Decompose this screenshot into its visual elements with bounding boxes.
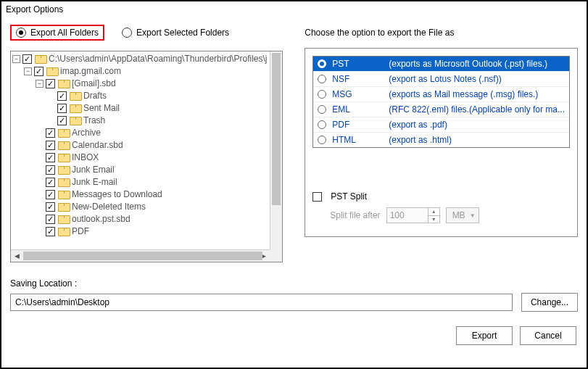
format-description: (exports as Microsoft Outlook (.pst) fil… xyxy=(389,59,565,69)
format-box: PST(exports as Microsoft Outlook (.pst) … xyxy=(305,48,578,237)
checkbox[interactable] xyxy=(46,227,55,236)
checkbox[interactable] xyxy=(46,141,55,150)
collapse-icon[interactable]: − xyxy=(12,55,20,63)
tree-row-outlook-pst-sbd[interactable]: outlook.pst.sbd xyxy=(12,213,270,225)
format-name: EML xyxy=(332,104,383,115)
split-size-input-wrapper: ▲ ▼ xyxy=(386,207,440,223)
chevron-down-icon: ▼ xyxy=(470,212,476,219)
pst-split-controls: Split file after ▲ ▼ MB ▼ xyxy=(330,207,570,223)
format-name: PDF xyxy=(332,120,383,130)
folder-icon xyxy=(70,104,80,113)
folder-icon xyxy=(58,80,69,88)
scrollbar-thumb[interactable] xyxy=(272,53,281,205)
tree-label: [Gmail].sbd xyxy=(72,78,116,90)
folder-icon xyxy=(58,203,69,212)
format-description: (RFC 822(.eml) files.(Applicable only fo… xyxy=(389,104,565,115)
tree-row-junk-email[interactable]: Junk Email xyxy=(12,164,270,176)
format-option-html[interactable]: HTML(export as .html) xyxy=(313,133,569,147)
tree-label: Messages to Download xyxy=(72,188,162,201)
format-option-msg[interactable]: MSG(exports as Mail message (.msg) files… xyxy=(313,87,569,102)
folder-icon xyxy=(58,129,69,138)
choose-format-label: Choose the option to export the File as xyxy=(305,28,578,38)
tree-row-messages-to-download[interactable]: Messages to Download xyxy=(12,188,270,201)
folder-icon xyxy=(70,117,80,125)
format-option-pdf[interactable]: PDF(export as .pdf) xyxy=(313,117,569,133)
pst-split-checkbox[interactable] xyxy=(312,192,322,202)
tree-row-root[interactable]: − C:\Users\admin\AppData\Roaming\Thunder… xyxy=(12,53,270,65)
checkbox[interactable] xyxy=(46,215,55,224)
change-button[interactable]: Change... xyxy=(521,293,578,312)
checkbox[interactable] xyxy=(46,165,55,175)
vertical-scrollbar[interactable] xyxy=(270,51,282,249)
checkbox[interactable] xyxy=(46,79,55,88)
tree-label: Archive xyxy=(72,127,101,139)
radio-icon xyxy=(318,90,326,99)
tree-label: C:\Users\admin\AppData\Roaming\Thunderbi… xyxy=(49,53,267,65)
tree-label: Junk E-mail xyxy=(72,176,117,188)
export-button[interactable]: Export xyxy=(456,326,513,345)
format-description: (export as Lotus Notes (.nsf)) xyxy=(389,74,565,84)
saving-section: Saving Location : Change... xyxy=(10,278,578,312)
split-size-input[interactable] xyxy=(387,208,428,223)
format-option-nsf[interactable]: NSF(export as Lotus Notes (.nsf)) xyxy=(313,72,569,87)
checkbox[interactable] xyxy=(46,190,55,199)
top-row: Export All Folders Export Selected Folde… xyxy=(10,25,578,262)
tree-row-junk-e-mail[interactable]: Junk E-mail xyxy=(12,176,270,188)
radio-export-selected[interactable]: Export Selected Folders xyxy=(119,26,232,39)
tree-row-gmail-sbd[interactable]: − [Gmail].sbd xyxy=(12,78,270,90)
radio-export-all[interactable]: Export All Folders xyxy=(10,25,104,41)
checkbox[interactable] xyxy=(57,104,67,113)
cancel-button[interactable]: Cancel xyxy=(520,326,576,345)
spin-up-icon[interactable]: ▲ xyxy=(428,208,439,216)
tree-row-account[interactable]: − imap.gmail.com xyxy=(12,65,270,78)
split-unit-select[interactable]: MB ▼ xyxy=(446,207,479,223)
folder-icon xyxy=(58,166,69,175)
checkbox[interactable] xyxy=(46,128,55,138)
format-option-eml[interactable]: EML(RFC 822(.eml) files.(Applicable only… xyxy=(313,102,569,117)
folder-icon xyxy=(58,191,69,199)
pst-split-label: PST Split xyxy=(331,191,367,202)
radio-icon xyxy=(318,136,326,144)
dialog-body: Export All Folders Export Selected Folde… xyxy=(1,17,587,368)
format-description: (export as .pdf) xyxy=(389,120,565,130)
split-unit-value: MB xyxy=(452,210,465,220)
tree-row-pdf[interactable]: PDF xyxy=(12,225,270,238)
checkbox[interactable] xyxy=(34,67,44,76)
tree-label: Calendar.sbd xyxy=(72,139,123,152)
radio-export-selected-label: Export Selected Folders xyxy=(136,28,229,38)
folder-tree-viewport[interactable]: − C:\Users\admin\AppData\Roaming\Thunder… xyxy=(11,51,270,249)
checkbox[interactable] xyxy=(57,91,67,101)
tree-row-drafts[interactable]: Drafts xyxy=(12,90,270,102)
tree-row-trash[interactable]: Trash xyxy=(12,115,270,127)
folder-icon xyxy=(58,154,69,162)
collapse-icon[interactable]: − xyxy=(24,67,32,75)
checkbox[interactable] xyxy=(46,153,55,162)
scroll-left-icon[interactable]: ◀ xyxy=(11,250,23,262)
spin-down-icon[interactable]: ▼ xyxy=(428,216,439,223)
tree-label: imap.gmail.com xyxy=(60,65,121,78)
checkbox[interactable] xyxy=(22,54,32,64)
tree-row-sent-mail[interactable]: Sent Mail xyxy=(12,102,270,115)
checkbox[interactable] xyxy=(46,202,55,212)
horizontal-scrollbar[interactable]: ◀ ▶ xyxy=(11,249,270,262)
radio-icon xyxy=(318,105,326,114)
saving-path-input[interactable] xyxy=(10,294,513,311)
collapse-icon[interactable]: − xyxy=(36,80,44,88)
scrollbar-track[interactable] xyxy=(23,250,257,262)
folder-icon xyxy=(58,141,69,150)
tree-row-new-deleted[interactable]: New-Deleted Items xyxy=(12,201,270,213)
scrollbar-thumb[interactable] xyxy=(23,252,262,260)
checkbox[interactable] xyxy=(46,178,55,187)
format-option-pst[interactable]: PST(exports as Microsoft Outlook (.pst) … xyxy=(313,57,569,72)
format-description: (exports as Mail message (.msg) files.) xyxy=(389,89,565,99)
checkbox[interactable] xyxy=(57,116,67,125)
saving-row: Change... xyxy=(10,293,578,312)
scroll-corner xyxy=(270,249,282,262)
tree-row-inbox[interactable]: INBOX xyxy=(12,152,270,164)
tree-row-calendar-sbd[interactable]: Calendar.sbd xyxy=(12,139,270,152)
saving-location-label: Saving Location : xyxy=(10,278,578,289)
tree-row-archive[interactable]: Archive xyxy=(12,127,270,139)
folder-icon xyxy=(70,92,80,101)
radio-export-all-label: Export All Folders xyxy=(30,28,99,38)
folder-icon xyxy=(35,55,46,64)
